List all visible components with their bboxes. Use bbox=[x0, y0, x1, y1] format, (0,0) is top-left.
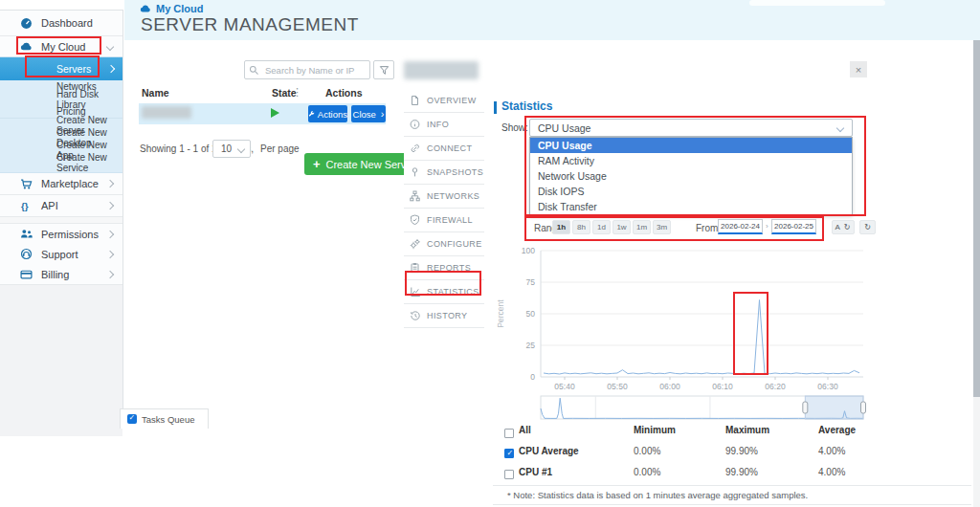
cart-icon bbox=[19, 178, 33, 190]
tab-statistics[interactable]: STATISTICS bbox=[404, 280, 484, 304]
scrollbar-thumb[interactable] bbox=[973, 40, 980, 397]
tab-label: CONNECT bbox=[427, 143, 472, 153]
legend-row-max: 99.90% bbox=[725, 467, 758, 477]
metric-select[interactable]: CPU Usage bbox=[529, 119, 853, 137]
option-disk-iops[interactable]: Disk IOPS bbox=[530, 184, 852, 199]
range-1d-button[interactable]: 1d bbox=[592, 220, 611, 234]
tab-history[interactable]: HISTORY bbox=[404, 304, 484, 328]
auto-refresh-button[interactable] bbox=[832, 220, 855, 234]
refresh-button[interactable] bbox=[859, 220, 876, 234]
cpu-1-checkbox[interactable] bbox=[504, 466, 514, 483]
metric-select-value: CPU Usage bbox=[538, 122, 590, 134]
headset-icon bbox=[19, 248, 33, 260]
tab-label: HISTORY bbox=[427, 311, 467, 320]
page-size-select[interactable]: 10 bbox=[212, 140, 251, 158]
create-new-server-label: Create New Server bbox=[326, 159, 416, 170]
sidebar-item-my-cloud[interactable]: My Cloud bbox=[0, 36, 122, 56]
navigator-handle-right[interactable] bbox=[861, 402, 866, 413]
sidebar-item-label: Marketplace bbox=[41, 178, 99, 189]
chart-icon bbox=[410, 286, 420, 298]
tab-label: INFO bbox=[427, 120, 449, 129]
tab-networks[interactable]: NETWORKS bbox=[404, 185, 484, 209]
sidebar-item-servers[interactable]: Servers bbox=[0, 57, 122, 80]
column-header-name[interactable]: Name bbox=[142, 87, 169, 99]
funnel-icon bbox=[379, 65, 390, 76]
filter-button[interactable] bbox=[373, 60, 394, 79]
option-cpu-usage[interactable]: CPU Usage bbox=[530, 138, 852, 153]
range-3m-button[interactable]: 3m bbox=[653, 220, 671, 234]
sidebar-item-billing[interactable]: Billing bbox=[0, 264, 122, 284]
sidebar-item-marketplace[interactable]: Marketplace bbox=[0, 173, 122, 195]
navigator-selection[interactable] bbox=[805, 396, 863, 419]
svg-text:25: 25 bbox=[526, 341, 536, 350]
breadcrumb[interactable]: My Cloud bbox=[140, 3, 204, 14]
option-network-usage[interactable]: Network Usage bbox=[530, 168, 852, 184]
date-from-input[interactable] bbox=[718, 219, 763, 234]
sidebar-item-label: Permissions bbox=[41, 229, 99, 240]
tab-firewall[interactable]: FIREWALL bbox=[404, 209, 484, 232]
svg-text:06:30: 06:30 bbox=[817, 382, 838, 391]
sidebar-item-dashboard[interactable]: Dashboard bbox=[0, 11, 122, 36]
clipboard-icon bbox=[410, 262, 420, 274]
tab-label: OVERVIEW bbox=[427, 96, 477, 105]
search-input[interactable] bbox=[263, 64, 368, 77]
show-label: Show: bbox=[501, 122, 528, 133]
server-name-redacted bbox=[142, 106, 191, 119]
chevron-right-icon bbox=[106, 230, 114, 237]
column-header-actions: Actions bbox=[325, 87, 363, 99]
tab-reports[interactable]: REPORTS bbox=[404, 256, 484, 280]
tab-info[interactable]: INFO bbox=[404, 113, 484, 137]
row-actions-button[interactable]: Actions bbox=[308, 105, 347, 122]
blurred-toolbar-item bbox=[749, 0, 885, 6]
search-icon bbox=[249, 65, 259, 76]
page-size-value: 10 bbox=[221, 143, 232, 154]
sidebar-filler bbox=[0, 285, 122, 436]
legend-row-avg: 4.00% bbox=[818, 467, 845, 477]
legend-row-min: 0.00% bbox=[634, 446, 660, 456]
option-ram-activity[interactable]: RAM Activity bbox=[530, 153, 852, 168]
history-icon bbox=[410, 310, 420, 321]
tab-label: SNAPSHOTS bbox=[427, 167, 483, 177]
legend-header-average: Average bbox=[818, 425, 856, 435]
date-to-input[interactable] bbox=[771, 219, 816, 234]
sidebar-item-api[interactable]: {} API bbox=[0, 195, 122, 217]
tab-label: CONFIGURE bbox=[427, 239, 482, 249]
legend-header-minimum: Minimum bbox=[634, 425, 676, 435]
users-icon bbox=[19, 228, 33, 240]
sidebar-item-permissions[interactable]: Permissions bbox=[0, 224, 122, 244]
tab-configure[interactable]: CONFIGURE bbox=[404, 232, 484, 256]
tab-connect[interactable]: CONNECT bbox=[404, 137, 484, 161]
svg-text:{}: {} bbox=[21, 200, 29, 210]
sidebar-item-label: Billing bbox=[41, 269, 69, 280]
chevron-right-icon bbox=[106, 180, 114, 187]
range-8h-button[interactable]: 8h bbox=[572, 220, 590, 234]
tab-snapshots[interactable]: SNAPSHOTS bbox=[404, 161, 484, 185]
column-menu-icon[interactable] bbox=[292, 86, 302, 99]
option-disk-transfer[interactable]: Disk Transfer bbox=[530, 199, 852, 214]
date-separator-icon bbox=[766, 222, 768, 231]
range-1h-button[interactable]: 1h bbox=[552, 220, 570, 234]
chevron-down-icon bbox=[237, 144, 245, 152]
panel-server-name-redacted bbox=[404, 61, 479, 79]
pin-icon bbox=[410, 166, 420, 178]
network-nodes-icon bbox=[410, 190, 420, 202]
select-all-checkbox[interactable] bbox=[504, 425, 514, 442]
tab-overview[interactable]: OVERVIEW bbox=[404, 89, 484, 113]
sidebar-item-hard-disk-library[interactable]: Hard Disk Library bbox=[0, 93, 122, 105]
row-close-button[interactable]: Close bbox=[351, 105, 386, 122]
range-1w-button[interactable]: 1w bbox=[612, 220, 631, 234]
navigator-chart[interactable] bbox=[491, 393, 876, 424]
legend-row-max: 99.90% bbox=[725, 446, 758, 456]
divider bbox=[493, 485, 971, 486]
sidebar-item-support[interactable]: Support bbox=[0, 244, 122, 264]
tasks-queue-button[interactable]: Tasks Queue bbox=[120, 408, 209, 429]
panel-close-button[interactable] bbox=[850, 61, 867, 77]
cpu-average-checkbox[interactable] bbox=[504, 445, 514, 462]
legend-header-all: All bbox=[519, 425, 531, 435]
navigator-handle-left[interactable] bbox=[803, 402, 808, 413]
sidebar-item-create-new-service[interactable]: Create New Service bbox=[0, 156, 122, 168]
vertical-scrollbar[interactable] bbox=[973, 40, 980, 507]
statistics-note: * Note: Statistics data is based on 1 mi… bbox=[507, 490, 808, 500]
sidebar: Dashboard My Cloud Servers Networks Hard… bbox=[0, 10, 123, 429]
range-1m-button[interactable]: 1m bbox=[633, 220, 651, 234]
